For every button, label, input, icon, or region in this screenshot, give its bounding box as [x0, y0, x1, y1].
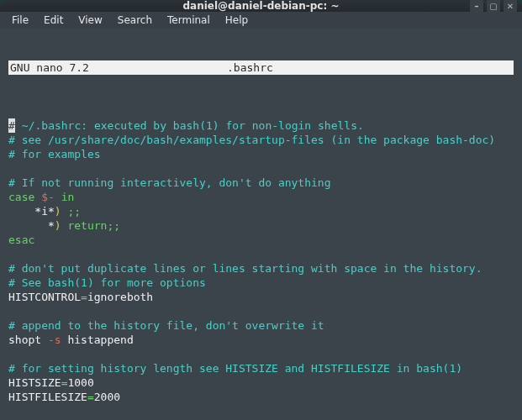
code-segment: shopt [8, 333, 48, 346]
nano-filename: .bashrc [227, 60, 413, 75]
code-segment: # [8, 118, 15, 133]
editor-line: # for setting history length see HISTSIZ… [8, 361, 514, 375]
editor-line: HISTFILESIZE=2000 [8, 390, 514, 404]
editor-content[interactable]: # ~/.bashrc: executed by bash(1) for non… [8, 118, 514, 404]
editor-line: # If not running interactively, don't do… [8, 176, 514, 190]
editor-line: case $- in [8, 190, 514, 204]
editor-line: *) return;; [8, 218, 514, 233]
code-segment: HISTFILESIZE [8, 391, 87, 403]
code-segment: = [81, 291, 87, 303]
code-segment: case [8, 191, 34, 203]
code-segment: return [67, 219, 107, 232]
editor-line: *i*) ;; [8, 204, 514, 218]
menu-search[interactable]: Search [111, 12, 159, 29]
code-segment: ;; [67, 205, 81, 218]
window-title: daniel@daniel-debian-pc: ~ [183, 0, 340, 12]
menu-help[interactable]: Help [219, 12, 255, 29]
editor-line: # append to the history file, don't over… [8, 318, 514, 333]
code-segment: 2000 [94, 391, 120, 403]
code-segment: # don't put duplicate lines or lines sta… [8, 262, 482, 275]
code-segment: 1000 [67, 376, 93, 389]
code-segment: ) [55, 219, 61, 232]
nano-header: GNU nano 7.2 .bashrc [8, 60, 514, 75]
editor-line: # see /usr/share/doc/bash/examples/start… [8, 133, 514, 147]
code-segment: ) [55, 205, 61, 218]
code-segment: HISTSIZE [8, 376, 61, 389]
code-segment: HISTCONTROL [8, 291, 81, 303]
editor-line: HISTSIZE=1000 [8, 375, 514, 390]
nano-header-right [413, 60, 514, 75]
window-controls: – ▢ ✕ [470, 0, 517, 13]
editor-line: # ~/.bashrc: executed by bash(1) for non… [8, 118, 514, 133]
titlebar: daniel@daniel-debian-pc: ~ – ▢ ✕ [0, 0, 522, 12]
editor-line: # for examples [8, 147, 514, 161]
editor-line: HISTCONTROL=ignoreboth [8, 290, 514, 304]
code-segment: ~/.bashrc: executed by bash(1) for non-l… [15, 119, 364, 132]
code-segment: esac [8, 234, 34, 246]
code-segment: # for examples [8, 148, 101, 160]
minimize-button[interactable]: – [470, 0, 483, 13]
code-segment: *i* [8, 205, 55, 218]
editor-line: # don't put duplicate lines or lines sta… [8, 261, 514, 276]
code-segment: $- [41, 191, 55, 203]
editor-line [8, 304, 514, 318]
terminal-window: daniel@daniel-debian-pc: ~ – ▢ ✕ File Ed… [0, 0, 522, 420]
code-segment: # see /usr/share/doc/bash/examples/start… [8, 134, 495, 146]
code-segment: in [61, 191, 75, 203]
code-segment: # append to the history file, don't over… [8, 319, 324, 332]
menu-terminal[interactable]: Terminal [161, 12, 217, 29]
code-segment: -s [48, 333, 61, 346]
code-segment: # for setting history length see HISTSIZ… [8, 362, 462, 375]
menu-file[interactable]: File [5, 12, 35, 29]
terminal-area[interactable]: GNU nano 7.2 .bashrc # ~/.bashrc: execut… [0, 29, 522, 420]
editor-line [8, 161, 514, 176]
menu-view[interactable]: View [71, 12, 108, 29]
code-segment: # See bash(1) for more options [8, 276, 206, 289]
editor-line: # See bash(1) for more options [8, 276, 514, 290]
editor-line [8, 347, 514, 361]
editor-line [8, 247, 514, 261]
nano-app-name: GNU nano 7.2 [8, 60, 227, 75]
editor-line: esac [8, 233, 514, 247]
code-segment: ignoreboth [87, 291, 153, 303]
code-segment: ;; [107, 219, 120, 232]
code-segment [55, 191, 61, 203]
maximize-button[interactable]: ▢ [487, 0, 500, 13]
menu-edit[interactable]: Edit [37, 12, 70, 29]
menubar: File Edit View Search Terminal Help [0, 12, 522, 29]
code-segment: histappend [61, 333, 134, 346]
code-segment: = [87, 391, 94, 403]
code-segment: * [8, 219, 55, 232]
editor-line: shopt -s histappend [8, 333, 514, 347]
code-segment [34, 191, 41, 203]
code-segment: # If not running interactively, don't do… [8, 176, 331, 189]
close-button[interactable]: ✕ [504, 0, 517, 13]
